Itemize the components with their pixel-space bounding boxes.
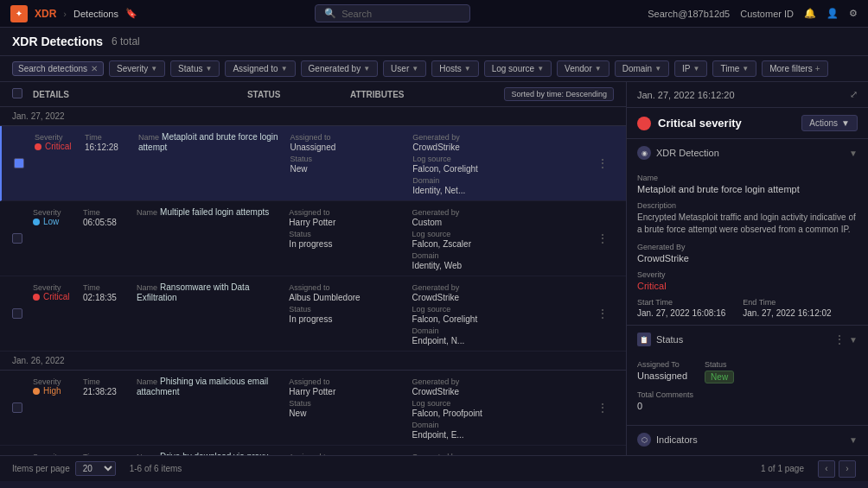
filter-generated-by[interactable]: Generated by▼ (301, 60, 379, 77)
brand-label: XDR (35, 8, 56, 20)
date-group-2: Jan. 26, 2022 (0, 352, 626, 371)
row-checkbox[interactable] (14, 158, 24, 168)
sort-button[interactable]: Sorted by time: Descending (504, 87, 614, 101)
row-menu-icon[interactable]: ⋮ (597, 282, 614, 345)
page-title: XDR Detections (12, 35, 103, 48)
search-placeholder: Search (341, 9, 372, 19)
severity-indicator (33, 388, 40, 395)
xdr-detection-section: ◉ XDR Detection ▼ Name Metaploit and bru… (627, 139, 868, 326)
severity-indicator (35, 143, 41, 150)
xdr-section-title: XDR Detection (656, 148, 849, 158)
severity-banner: Critical severity Actions ▼ (627, 108, 868, 139)
filter-more[interactable]: More filters+ (762, 60, 827, 77)
indicators-icon: ⬡ (637, 433, 651, 447)
table-row[interactable]: Severity Low Time 06:05:58 Name Multiple… (0, 201, 626, 276)
indicator-item[interactable]: Masquerading executable ▼ (627, 453, 868, 455)
row-menu-icon[interactable]: ⋮ (597, 376, 614, 440)
settings-icon[interactable]: ⚙ (849, 8, 858, 19)
indicators-title: Indicators (656, 434, 849, 445)
actions-button[interactable]: Actions ▼ (801, 115, 858, 131)
severity-indicator (33, 219, 40, 225)
status-section-body: Assigned to Unassigned Status New Total … (627, 353, 868, 425)
user-icon[interactable]: 👤 (827, 8, 839, 19)
row-checkbox[interactable] (12, 308, 22, 319)
table-row[interactable]: Severity Critical Time 02:18:35 Name Ran… (0, 276, 626, 352)
table-row[interactable]: Severity Critical Time 16:12:28 Name Met… (0, 126, 626, 201)
filter-search-detections[interactable]: Search detections ✕ (12, 61, 104, 76)
indicators-section: ⬡ Indicators ▼ Masquerading executable ▼… (627, 426, 868, 455)
next-page-button[interactable]: › (839, 460, 856, 478)
page-header: XDR Detections 6 total (0, 28, 868, 56)
chevron-down-icon: ▼ (412, 65, 418, 73)
nav-separator: › (63, 9, 67, 19)
filter-assigned-to[interactable]: Assigned to▼ (225, 60, 295, 77)
row-menu-icon[interactable]: ⋮ (597, 206, 614, 270)
col-attributes: Attributes (350, 90, 505, 99)
row-checkbox[interactable] (12, 402, 22, 413)
filter-user[interactable]: User▼ (383, 60, 426, 77)
topnav-right: Search@187b12d5 Customer ID 🔔 👤 ⚙ (648, 8, 858, 19)
chevron-down-icon: ▼ (281, 65, 288, 73)
global-search-box[interactable]: 🔍 Search (315, 4, 470, 22)
col-details: Details (33, 90, 247, 99)
nav-detections[interactable]: Detections (73, 9, 118, 19)
filter-domain[interactable]: Domain▼ (615, 60, 669, 77)
row-checkbox[interactable] (12, 233, 22, 244)
xdr-section-header[interactable]: ◉ XDR Detection ▼ (627, 139, 868, 167)
expand-icon[interactable]: ⤢ (850, 89, 858, 100)
chevron-icon: ▼ (849, 149, 858, 158)
chevron-down-icon: ▼ (841, 118, 850, 128)
chevron-down-icon: ▼ (150, 65, 157, 73)
bookmark-icon[interactable]: 🔖 (125, 8, 137, 19)
filter-ip[interactable]: IP▼ (674, 60, 707, 77)
prev-page-button[interactable]: ‹ (818, 460, 835, 478)
filter-bar: Search detections ✕ Severity▼ Status▼ As… (0, 56, 868, 82)
severity-title: Critical severity (658, 117, 742, 130)
xdr-section-body: Name Metaploit and brute force login att… (627, 167, 868, 325)
filter-hosts[interactable]: Hosts▼ (431, 60, 478, 77)
bottom-bar: Items per page 20 50 100 1-6 of 6 items … (0, 455, 868, 481)
status-section-title: Status (656, 334, 833, 345)
app-logo: ✦ (10, 5, 28, 22)
filter-time[interactable]: Time▼ (712, 60, 756, 77)
status-menu-icon[interactable]: ⋮ (833, 333, 846, 346)
notifications-icon[interactable]: 🔔 (804, 8, 816, 19)
chevron-down-icon: ▼ (537, 65, 544, 73)
main-content: Details Status Attributes Sorted by time… (0, 82, 868, 455)
date-group-1: Jan. 27, 2022 (0, 107, 626, 126)
plus-icon: + (815, 64, 820, 73)
filter-status[interactable]: Status▼ (170, 60, 220, 77)
chevron-icon: ▼ (849, 335, 858, 345)
topnav-left: ✦ XDR › Detections 🔖 (10, 5, 137, 22)
filter-close-icon[interactable]: ✕ (91, 64, 98, 73)
per-page-label: Items per page (12, 464, 70, 473)
status-section: 📋 Status ⋮ ▼ Assigned to Unassigned Stat… (627, 326, 868, 426)
status-section-header[interactable]: 📋 Status ⋮ ▼ (627, 326, 868, 353)
chevron-down-icon: ▼ (205, 65, 212, 73)
search-icon: 🔍 (324, 8, 336, 19)
items-per-page: Items per page 20 50 100 (12, 461, 116, 476)
status-section-icon: 📋 (637, 333, 651, 346)
chevron-down-icon: ▼ (464, 65, 471, 73)
topnav-center: 🔍 Search (315, 4, 470, 22)
right-panel: Jan. 27, 2022 16:12:20 ⤢ Critical severi… (626, 82, 868, 455)
severity-left: Critical severity (637, 117, 742, 130)
filter-log-source[interactable]: Log source▼ (484, 60, 552, 77)
filter-severity[interactable]: Severity▼ (109, 60, 165, 77)
panel-datetime: Jan. 27, 2022 16:12:20 (637, 90, 735, 100)
severity-circle (637, 117, 651, 130)
user-label: Search@187b12d5 (648, 9, 730, 19)
row-menu-icon[interactable]: ⋮ (597, 131, 614, 195)
indicators-section-header[interactable]: ⬡ Indicators ▼ (627, 426, 868, 453)
row-menu-icon[interactable]: ⋮ (597, 451, 614, 455)
select-all-checkbox[interactable] (12, 88, 22, 98)
chevron-down-icon: ▼ (654, 65, 661, 73)
detections-table: Details Status Attributes Sorted by time… (0, 82, 626, 455)
filter-vendor[interactable]: Vendor▼ (557, 60, 610, 77)
chevron-icon: ▼ (849, 435, 858, 445)
per-page-select[interactable]: 20 50 100 (75, 461, 116, 476)
table-row[interactable]: Severity High Time 20:27:10 Name Drive b… (0, 446, 626, 455)
table-header: Details Status Attributes Sorted by time… (0, 82, 626, 107)
table-row[interactable]: Severity High Time 21:38:23 Name Phishin… (0, 371, 626, 446)
chevron-down-icon: ▼ (595, 65, 602, 73)
